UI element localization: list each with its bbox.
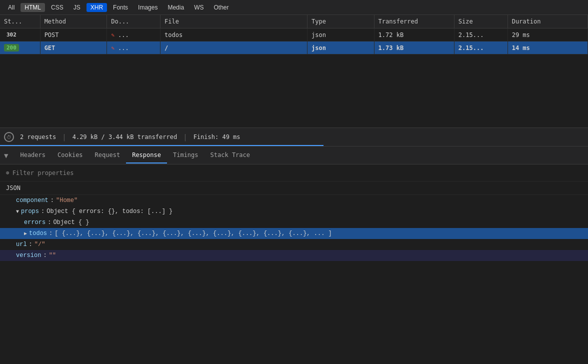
filter-properties-bar: ⊛ Filter properties xyxy=(0,164,588,182)
divider-2: | xyxy=(183,133,187,141)
json-colon: : xyxy=(49,230,52,237)
json-row-version[interactable]: version : "" xyxy=(0,250,588,261)
filter-ws[interactable]: WS xyxy=(190,3,208,12)
col-header-size: Size xyxy=(454,15,508,28)
detail-tabs: ▼ Headers Cookies Request Response Timin… xyxy=(0,146,588,164)
json-value-todos: [ {...}, {...}, {...}, {...}, {...}, {..… xyxy=(54,230,332,237)
filter-placeholder: Filter properties xyxy=(12,170,74,176)
timer-icon: ⏱ xyxy=(4,132,14,142)
tab-cookies[interactable]: Cookies xyxy=(52,148,89,164)
cell-status: 302 xyxy=(0,28,40,42)
filter-js[interactable]: JS xyxy=(70,3,84,12)
json-value-component: "Home" xyxy=(56,197,78,204)
json-key-todos: todos xyxy=(29,230,47,237)
json-value-props: Object { errors: {}, todos: [...] } xyxy=(46,208,172,215)
filter-xhr[interactable]: XHR xyxy=(86,3,107,12)
cell-type: json xyxy=(307,42,374,54)
col-header-duration: Duration xyxy=(508,15,588,28)
edit-icon: ✎ xyxy=(111,45,114,52)
col-header-file: File xyxy=(160,15,308,28)
tab-timings[interactable]: Timings xyxy=(167,148,204,164)
cell-file: todos xyxy=(160,28,308,42)
cell-status: 200 xyxy=(0,42,40,54)
tab-request[interactable]: Request xyxy=(89,148,126,164)
cell-method: GET xyxy=(40,42,107,54)
json-colon: : xyxy=(48,219,51,226)
col-header-method: Method xyxy=(40,15,107,28)
json-key-props: props xyxy=(21,208,39,215)
cell-duration: 14 ms xyxy=(508,42,588,54)
col-header-status: St... xyxy=(0,15,40,28)
cell-domain: ✎ ... xyxy=(107,42,160,54)
json-key-version: version xyxy=(16,252,41,259)
json-colon: : xyxy=(50,197,54,204)
table-header-row: St... Method Do... File Type Transferred… xyxy=(0,15,588,28)
json-colon: : xyxy=(29,241,32,248)
cell-type: json xyxy=(307,28,374,42)
transfer-info: 4.29 kB / 3.44 kB transferred xyxy=(72,134,178,140)
domain-ellipsis: ... xyxy=(118,44,129,52)
finish-info: Finish: 49 ms xyxy=(194,134,240,140)
cell-size: 2.15... xyxy=(454,28,508,42)
table-row[interactable]: 302 POST ✎ ... todos json 1.72 kB 2.15..… xyxy=(0,28,588,42)
json-row-todos[interactable]: ▶ todos : [ {...}, {...}, {...}, {...}, … xyxy=(0,228,588,239)
divider-1: | xyxy=(62,133,66,141)
cell-file: / xyxy=(160,42,308,54)
json-row-url[interactable]: url : "/" xyxy=(0,239,588,250)
cell-method: POST xyxy=(40,28,107,42)
tab-stack-trace[interactable]: Stack Trace xyxy=(204,148,256,164)
filter-css[interactable]: CSS xyxy=(47,3,68,12)
json-key-errors: errors xyxy=(24,219,46,226)
progress-bar xyxy=(0,145,324,146)
status-badge-200: 200 xyxy=(4,44,19,52)
edit-icon: ✎ xyxy=(111,32,114,38)
json-row-component[interactable]: component : "Home" xyxy=(0,195,588,206)
status-bar: ⏱ 2 requests | 4.29 kB / 3.44 kB transfe… xyxy=(0,128,588,146)
filter-fonts[interactable]: Fonts xyxy=(109,3,132,12)
domain-ellipsis: ... xyxy=(118,32,129,38)
col-header-transferred: Transferred xyxy=(374,15,454,28)
filter-html[interactable]: HTML xyxy=(20,3,45,12)
json-key-url: url xyxy=(16,241,27,248)
json-section: JSON component : "Home" ▼ props : Object… xyxy=(0,182,588,261)
cell-duration: 29 ms xyxy=(508,28,588,42)
panel-icon: ▼ xyxy=(4,152,8,160)
json-value-url: "/" xyxy=(34,241,46,248)
filter-media[interactable]: Media xyxy=(164,3,188,12)
filter-images[interactable]: Images xyxy=(134,3,162,12)
json-colon: : xyxy=(43,252,46,259)
filter-all[interactable]: All xyxy=(4,3,18,12)
json-value-version: "" xyxy=(49,252,56,259)
json-colon: : xyxy=(41,208,44,215)
arrow-down-icon: ▼ xyxy=(16,209,19,214)
json-key-component: component xyxy=(16,197,48,204)
json-label: JSON xyxy=(0,182,588,195)
cell-transferred: 1.73 kB xyxy=(374,42,454,54)
json-value-errors: Object { } xyxy=(53,219,89,226)
filter-other[interactable]: Other xyxy=(210,3,232,12)
tab-headers[interactable]: Headers xyxy=(14,148,52,164)
table-row[interactable]: 200 GET ✎ ... / json 1.73 kB 2.15... 14 … xyxy=(0,42,588,54)
request-count: 2 requests xyxy=(20,134,56,140)
cell-domain: ✎ ... xyxy=(107,28,160,42)
json-row-props[interactable]: ▼ props : Object { errors: {}, todos: [.… xyxy=(0,206,588,217)
filter-bar: All HTML CSS JS XHR Fonts Images Media W… xyxy=(0,0,588,15)
tab-response[interactable]: Response xyxy=(126,148,167,164)
devtools-panel: All HTML CSS JS XHR Fonts Images Media W… xyxy=(0,0,588,261)
col-header-type: Type xyxy=(307,15,374,28)
cell-transferred: 1.72 kB xyxy=(374,28,454,42)
filter-icon: ⊛ xyxy=(6,170,10,176)
network-table-wrapper: St... Method Do... File Type Transferred… xyxy=(0,15,588,128)
network-table: St... Method Do... File Type Transferred… xyxy=(0,15,588,54)
status-badge-302: 302 xyxy=(4,31,19,38)
cell-size: 2.15... xyxy=(454,42,508,54)
arrow-right-icon: ▶ xyxy=(24,230,27,236)
col-header-domain: Do... xyxy=(107,15,160,28)
json-row-errors[interactable]: errors : Object { } xyxy=(0,217,588,228)
empty-space xyxy=(0,54,588,94)
